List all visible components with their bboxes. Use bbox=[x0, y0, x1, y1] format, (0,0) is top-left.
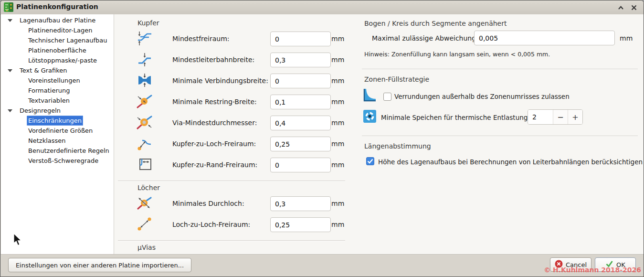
tree-item-constraints[interactable]: Einschränkungen bbox=[1, 116, 83, 126]
copper-hole-clearance-input[interactable] bbox=[270, 137, 331, 151]
thermal-spokes-stepper: − + bbox=[528, 109, 583, 125]
zone-fillet-icon bbox=[363, 88, 376, 104]
ok-check-icon bbox=[605, 260, 613, 269]
hole-to-hole-input[interactable] bbox=[270, 217, 331, 232]
track-width-icon bbox=[136, 52, 154, 69]
titlebar[interactable]: Platinenkonfiguration bbox=[0, 0, 644, 15]
cancel-icon bbox=[555, 260, 563, 269]
tree-item-formatting[interactable]: Formatierung bbox=[1, 85, 72, 96]
zone-fill-hint: Hinweis: Zonenfüllung kann langsam sein,… bbox=[364, 51, 550, 58]
via-diameter-label: Via-Mindestdurchmesser: bbox=[172, 119, 257, 127]
dialog-footer: Einstellungen von einer anderen Platine … bbox=[0, 254, 644, 277]
copper-edge-clearance-icon bbox=[136, 157, 154, 174]
annular-width-input[interactable] bbox=[270, 95, 331, 109]
constraints-page: Kupfer Mindestfreiraum: mm Mindestleiter… bbox=[114, 14, 644, 254]
ok-button[interactable]: OK bbox=[595, 257, 636, 272]
stepper-decrement-button[interactable]: − bbox=[553, 110, 568, 124]
uvias-section-title: µVias bbox=[137, 244, 156, 251]
separator bbox=[118, 240, 345, 241]
fillet-outside-zone-checkbox[interactable] bbox=[383, 93, 391, 101]
tree-group-text-graphics[interactable]: Text & Grafiken bbox=[1, 65, 69, 75]
connection-width-input[interactable] bbox=[270, 74, 331, 88]
track-width-input[interactable] bbox=[270, 53, 331, 67]
tree-item-physical-stackup[interactable]: Technischer Lagenaufbau bbox=[1, 35, 109, 45]
max-deviation-label: Maximal zulässige Abweichung: bbox=[372, 34, 478, 42]
tree-item-net-classes[interactable]: Netzklassen bbox=[1, 136, 67, 146]
arc-section-title: Bogen / Kreis durch Segmente angenähert bbox=[364, 20, 507, 27]
tree-item-defaults[interactable]: Voreinstellungen bbox=[1, 75, 82, 85]
stepper-increment-button[interactable]: + bbox=[568, 110, 582, 124]
import-settings-button[interactable]: Einstellungen von einer anderen Platine … bbox=[8, 258, 191, 272]
window-title: Platinenkonfiguration bbox=[16, 3, 98, 11]
annular-width-unit: mm bbox=[331, 98, 344, 106]
hole-to-hole-unit: mm bbox=[331, 221, 344, 228]
tree-item-predefined-sizes[interactable]: Vordefinierte Größen bbox=[1, 126, 94, 136]
settings-tree: Lagenaufbau der Platine Platineneditor-L… bbox=[1, 14, 114, 254]
copper-hole-clearance-unit: mm bbox=[331, 140, 344, 148]
stackup-height-label: Höhe des Lagenaufbaus bei Berechnungen v… bbox=[378, 158, 643, 166]
hole-to-hole-label: Loch-zu-Loch-Freiraum: bbox=[172, 221, 250, 228]
holes-section-title: Löcher bbox=[137, 184, 160, 192]
separator bbox=[118, 181, 345, 181]
min-through-hole-label: Minimales Durchloch: bbox=[172, 200, 244, 207]
thermal-spoke-icon bbox=[363, 110, 376, 125]
copper-edge-clearance-label: Kupfer-zu-Rand-Freiraum: bbox=[172, 161, 257, 169]
separator bbox=[362, 136, 638, 137]
kicad-pcb-icon bbox=[4, 2, 13, 14]
min-through-hole-input[interactable] bbox=[270, 196, 331, 211]
copper-hole-clearance-icon bbox=[136, 136, 154, 153]
tree-group-board-stackup[interactable]: Lagenaufbau der Platine bbox=[1, 15, 97, 25]
length-tuning-section-title: Längenabstimmung bbox=[364, 142, 431, 150]
clearance-input[interactable] bbox=[270, 32, 331, 46]
min-through-hole-unit: mm bbox=[331, 200, 344, 207]
board-setup-dialog: Platinenkonfiguration Lagenaufbau der Pl… bbox=[0, 0, 644, 277]
copper-edge-clearance-unit: mm bbox=[331, 161, 344, 169]
track-width-unit: mm bbox=[331, 56, 344, 64]
copper-edge-clearance-input[interactable] bbox=[270, 158, 331, 172]
connection-width-icon bbox=[136, 73, 154, 90]
fillet-outside-zone-label: Verrundungen außerhalb des Zonenumrisses… bbox=[394, 93, 570, 100]
clearance-unit: mm bbox=[331, 35, 344, 43]
track-width-label: Mindestleiterbahnbreite: bbox=[172, 56, 254, 64]
zone-fill-section-title: Zonen-Füllstrategie bbox=[364, 75, 429, 83]
copper-section-title: Kupfer bbox=[137, 19, 159, 27]
via-diameter-input[interactable] bbox=[270, 116, 331, 130]
thermal-spokes-value[interactable] bbox=[528, 110, 553, 124]
tree-item-solder-mask-paste[interactable]: Lötstoppmaske/-paste bbox=[1, 55, 98, 65]
tree-item-custom-rules[interactable]: Benutzerdefinierte Regeln bbox=[1, 146, 111, 156]
tree-item-violation-severity[interactable]: Verstoß-Schweregrade bbox=[1, 156, 100, 166]
annular-width-label: Minimale Restring-Breite: bbox=[172, 98, 257, 106]
tree-group-design-rules[interactable]: Designregeln bbox=[1, 106, 62, 116]
via-diameter-unit: mm bbox=[331, 119, 344, 127]
connection-width-unit: mm bbox=[331, 77, 344, 85]
hole-to-hole-icon bbox=[136, 216, 154, 234]
clearance-label: Mindestfreiraum: bbox=[172, 35, 230, 43]
via-diameter-icon bbox=[136, 115, 154, 132]
stackup-height-checkbox[interactable] bbox=[366, 157, 374, 165]
separator bbox=[362, 69, 638, 70]
cancel-button[interactable]: Cancel bbox=[550, 257, 591, 272]
thermal-spokes-label: Minimale Speichen für thermische Entlast… bbox=[381, 114, 530, 121]
shade-window-icon[interactable] bbox=[616, 4, 625, 11]
tree-item-board-editor-layers[interactable]: Platineneditor-Lagen bbox=[1, 25, 94, 35]
tree-item-text-variables[interactable]: Textvariablen bbox=[1, 96, 71, 106]
clearance-icon bbox=[136, 31, 154, 48]
copper-hole-clearance-label: Kupfer-zu-Loch-Freiraum: bbox=[172, 140, 256, 148]
min-through-hole-icon bbox=[136, 195, 154, 213]
max-deviation-unit: mm bbox=[620, 34, 633, 42]
connection-width-label: Minimale Verbindungsbreite: bbox=[172, 77, 268, 85]
tree-item-board-finish[interactable]: Platinenoberfläche bbox=[1, 45, 88, 55]
annular-width-icon bbox=[136, 94, 154, 111]
close-window-icon[interactable] bbox=[629, 4, 639, 11]
max-deviation-input[interactable] bbox=[474, 31, 615, 45]
